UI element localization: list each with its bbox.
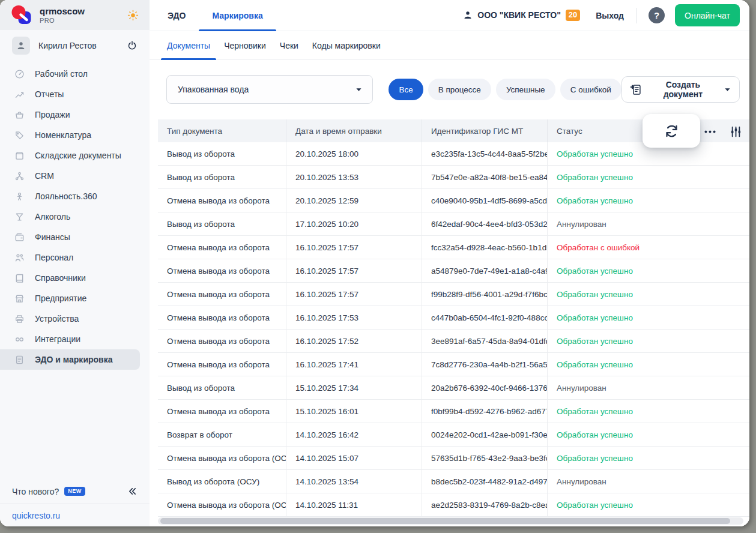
create-document-icon bbox=[630, 83, 643, 96]
cell-status: Обработан успешно bbox=[548, 330, 749, 352]
sidebar-item-warehouse[interactable]: Складские документы bbox=[0, 145, 150, 166]
sidebar-item-finance[interactable]: Финансы bbox=[0, 227, 150, 247]
status-filter-chips: ВсеВ процессеУспешныеС ошибкой bbox=[389, 79, 621, 100]
cell-datetime: 20.10.2025 13:53 bbox=[286, 166, 422, 188]
cell-gis-id: 57635d1b-f765-43e2-9aa3-be3fca2... bbox=[422, 447, 548, 469]
cell-type: Отмена вывода из оборота bbox=[158, 330, 286, 352]
sidebar-item-dashboard[interactable]: Рабочий стол bbox=[0, 64, 150, 84]
table-row[interactable]: Отмена вывода из оборота16.10.2025 17:52… bbox=[158, 330, 749, 353]
cell-type: Отмена вывода из оборота bbox=[158, 236, 286, 259]
sidebar-item-crm[interactable]: CRM bbox=[0, 166, 150, 186]
nomenclature-icon bbox=[14, 130, 25, 140]
subtab-marking-codes[interactable]: Коды маркировки bbox=[306, 31, 387, 59]
table-body: Вывод из оборота20.10.2025 18:00e3c235fa… bbox=[158, 142, 749, 517]
subtab-drafts[interactable]: Черновики bbox=[218, 31, 272, 59]
power-logout-icon[interactable] bbox=[127, 40, 138, 51]
horizontal-scrollbar bbox=[158, 517, 743, 525]
cell-type: Вывод из оборота (ОСУ) bbox=[158, 470, 286, 493]
create-document-label: Создать документ bbox=[649, 80, 718, 99]
sidebar-item-label: ЭДО и маркировка bbox=[35, 355, 113, 364]
more-actions-button[interactable] bbox=[700, 124, 719, 139]
chip-successful[interactable]: Успешные bbox=[496, 79, 555, 100]
product-filter-select[interactable]: Упакованная вода bbox=[166, 75, 373, 104]
sidebar-item-label: Персонал bbox=[35, 253, 73, 262]
help-button[interactable] bbox=[649, 7, 665, 23]
sidebar-footer: Что нового? NEW quickresto.ru bbox=[0, 486, 150, 526]
new-badge: NEW bbox=[64, 487, 85, 496]
sidebar-item-nomenclature[interactable]: Номенклатура bbox=[0, 125, 150, 145]
sidebar-item-devices[interactable]: Устройства bbox=[0, 309, 150, 329]
chip-all[interactable]: Все bbox=[389, 79, 423, 100]
cell-type: Вывод из оборота bbox=[158, 166, 286, 188]
sidebar-item-directories[interactable]: Справочники bbox=[0, 268, 150, 288]
sidebar-item-alcohol[interactable]: Алкоголь bbox=[0, 206, 150, 227]
sidebar-item-label: Интеграции bbox=[35, 334, 80, 344]
cell-gis-id: f99b28f9-df56-4001-a29d-f7f6bca5... bbox=[422, 283, 548, 306]
logout-link[interactable]: Выход bbox=[596, 11, 624, 20]
table-row[interactable]: Отмена вывода из оборота16.10.2025 17:57… bbox=[158, 236, 749, 259]
table-row[interactable]: Вывод из оборота15.10.2025 17:3420a2b676… bbox=[158, 376, 749, 400]
online-chat-button[interactable]: Онлайн-чат bbox=[675, 4, 740, 26]
table-row[interactable]: Отмена вывода из оборота16.10.2025 17:57… bbox=[158, 283, 749, 306]
whats-new-link[interactable]: Что нового? bbox=[12, 487, 59, 496]
cell-type: Отмена вывода из оборота bbox=[158, 259, 286, 282]
ellipsis-icon bbox=[704, 125, 716, 138]
edo-icon bbox=[14, 355, 25, 365]
cell-status: Аннулирован bbox=[548, 376, 749, 399]
sidebar-item-sales[interactable]: Продажи bbox=[0, 104, 150, 125]
column-header: Дата и время отправки bbox=[286, 119, 422, 142]
quickresto-link[interactable]: quickresto.ru bbox=[0, 511, 150, 520]
cell-status: Обработан успешно bbox=[548, 493, 749, 516]
main-area: ЭДОМаркировка ООО "КВИК РЕСТО" 20 Выход … bbox=[150, 0, 749, 526]
sidebar-item-loyalty[interactable]: Лояльность.360 bbox=[0, 186, 150, 206]
table-row[interactable]: Отмена вывода из оборота16.10.2025 17:53… bbox=[158, 306, 749, 330]
theme-toggle-icon[interactable] bbox=[127, 10, 139, 21]
directories-icon bbox=[14, 273, 25, 283]
table-row[interactable]: Отмена вывода из оборота16.10.2025 17:57… bbox=[158, 259, 749, 283]
brand-block: qrmoscow PRO bbox=[0, 0, 150, 30]
table-row[interactable]: Вывод из оборота17.10.2025 10:206f42edaf… bbox=[158, 212, 749, 236]
tab-markirovka[interactable]: Маркировка bbox=[199, 0, 276, 31]
cell-datetime: 14.10.2025 13:54 bbox=[286, 470, 422, 493]
table-row[interactable]: Отмена вывода из оборота (ОСУ)14.10.2025… bbox=[158, 447, 749, 470]
table-row[interactable]: Возврат в оборот14.10.2025 16:420024e202… bbox=[158, 423, 749, 447]
cell-datetime: 14.10.2025 16:42 bbox=[286, 423, 422, 446]
collapse-sidebar-button[interactable] bbox=[127, 486, 138, 496]
sidebar-item-edo[interactable]: ЭДО и маркировка bbox=[0, 349, 140, 370]
table-row[interactable]: Отмена вывода из оборота16.10.2025 17:41… bbox=[158, 353, 749, 376]
sidebar-item-reports[interactable]: Отчеты bbox=[0, 84, 150, 104]
table-row[interactable]: Вывод из оборота20.10.2025 13:537b547e0e… bbox=[158, 166, 749, 189]
app-window: qrmoscow PRO Кирилл Рестов Рабочий столО… bbox=[0, 0, 749, 526]
cell-datetime: 20.10.2025 18:00 bbox=[286, 142, 422, 165]
table-row[interactable]: Отмена вывода из оборота15.10.2025 16:01… bbox=[158, 400, 749, 423]
cell-gis-id: c447b0ab-6504-4fc1-92f0-488cc8c... bbox=[422, 306, 548, 329]
sidebar-item-staff[interactable]: Персонал bbox=[0, 247, 150, 268]
subtab-documents[interactable]: Документы bbox=[161, 31, 216, 59]
table-row[interactable]: Отмена вывода из оборота20.10.2025 12:59… bbox=[158, 189, 749, 212]
table-settings-button[interactable] bbox=[726, 122, 745, 141]
tab-edo[interactable]: ЭДО bbox=[154, 0, 199, 31]
alcohol-icon bbox=[14, 212, 25, 222]
cell-type: Вывод из оборота bbox=[158, 142, 286, 165]
subtab-receipts[interactable]: Чеки bbox=[274, 31, 304, 59]
table-row[interactable]: Вывод из оборота (ОСУ)14.10.2025 13:54b8… bbox=[158, 470, 749, 493]
sidebar-item-integrations[interactable]: Интеграции bbox=[0, 329, 150, 349]
filter-row: Упакованная вода ВсеВ процессеУспешныеС … bbox=[150, 60, 749, 104]
warehouse-icon bbox=[14, 151, 25, 161]
chip-with-error[interactable]: С ошибкой bbox=[560, 79, 621, 100]
devices-icon bbox=[14, 314, 25, 324]
sidebar-item-label: Складские документы bbox=[35, 151, 121, 160]
user-icon bbox=[463, 10, 473, 20]
chip-in-progress[interactable]: В процессе bbox=[428, 79, 491, 100]
create-document-button[interactable]: Создать документ bbox=[621, 76, 740, 103]
cell-datetime: 16.10.2025 17:53 bbox=[286, 306, 422, 329]
cell-type: Отмена вывода из оборота bbox=[158, 306, 286, 329]
sidebar-item-label: CRM bbox=[35, 171, 54, 181]
table-row[interactable]: Отмена вывода из оборота (ОСУ)14.10.2025… bbox=[158, 493, 749, 517]
account-menu[interactable]: ООО "КВИК РЕСТО" 20 bbox=[463, 10, 580, 20]
scrollbar-thumb[interactable] bbox=[160, 518, 730, 524]
content-area: Упакованная вода ВсеВ процессеУспешныеС … bbox=[150, 60, 749, 526]
chevron-down-icon bbox=[355, 86, 363, 94]
refresh-button[interactable] bbox=[643, 114, 700, 148]
sidebar-item-enterprise[interactable]: Предприятие bbox=[0, 288, 150, 309]
